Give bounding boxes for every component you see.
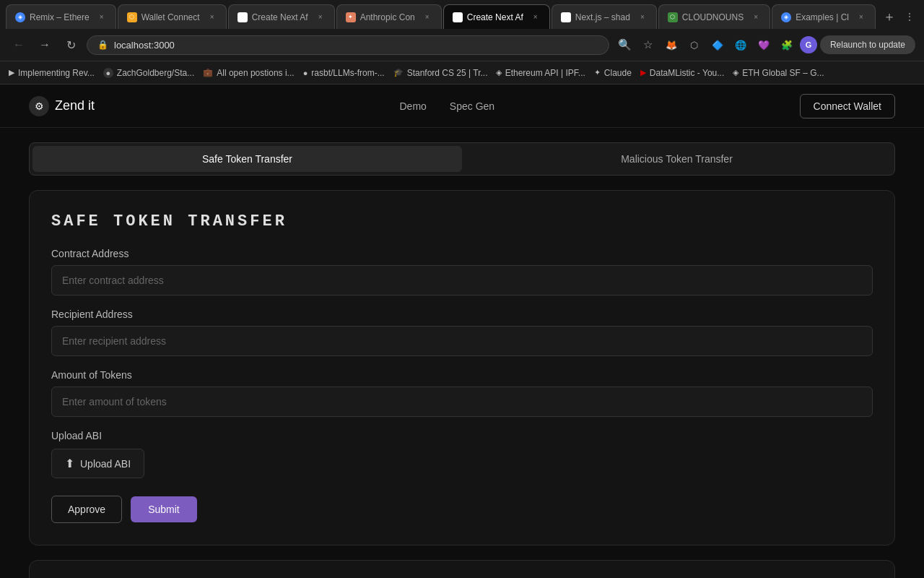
bookmark-favicon-claude: ✦	[594, 68, 601, 77]
bookmark-claude[interactable]: ✦ Claude	[594, 68, 632, 78]
contract-address-label: Contract Address	[51, 248, 873, 259]
bookmark-favicon-stanford: 🎓	[393, 68, 404, 77]
bookmark-star-icon[interactable]: ☆	[638, 35, 658, 55]
tab-favicon-create1: ▲	[237, 12, 248, 22]
nav-item-demo[interactable]: Demo	[399, 100, 426, 112]
bookmark-label-datamlistic: DataMListic - You...	[650, 68, 724, 78]
new-tab-button[interactable]: ＋	[879, 7, 899, 27]
tab-close-nextjs[interactable]: ×	[637, 12, 648, 22]
tab-bar: ◈Remix – Ethere×⬡Wallet Connect×▲Create …	[0, 0, 924, 29]
app-nav: Demo Spec Gen	[399, 100, 494, 112]
search-icon[interactable]: 🔍	[615, 35, 635, 55]
browser-chrome: ◈Remix – Ethere×⬡Wallet Connect×▲Create …	[0, 0, 924, 85]
bookmark-eth[interactable]: ◈ Ethereum API | IPF...	[496, 68, 585, 78]
browser-tab-create2[interactable]: ▲Create Next Af×	[443, 4, 550, 29]
bookmark-favicon-eth: ◈	[496, 68, 502, 77]
tab-favicon-nextjs: ▲	[561, 12, 571, 22]
bookmark-zach[interactable]: ● ZachGoldberg/Sta...	[103, 68, 194, 78]
tab-close-cloudnouns[interactable]: ×	[751, 12, 761, 22]
upload-abi-button[interactable]: ⬆ Upload ABI	[51, 449, 144, 478]
upload-abi-button-label: Upload ABI	[80, 458, 131, 470]
reload-button[interactable]: ↻	[61, 35, 81, 55]
bookmark-datamlistic[interactable]: ▶ DataMListic - You...	[640, 68, 724, 78]
bookmarks-bar: ▶ Implementing Rev... ● ZachGoldberg/Sta…	[0, 61, 924, 84]
nav-item-specgen[interactable]: Spec Gen	[450, 100, 494, 112]
bookmark-label-ethglobal: ETH Global SF – G...	[742, 68, 824, 78]
app-logo-label: Zend it	[55, 98, 95, 113]
recipient-address-group: Recipient Address	[51, 309, 873, 356]
tab-favicon-anthropic: ✦	[346, 12, 356, 22]
recipient-address-input[interactable]	[51, 326, 873, 356]
tab-favicon-remix: ◈	[15, 12, 25, 22]
tab-malicious-token[interactable]: Malicious Token Transfer	[462, 146, 892, 172]
tab-label-anthropic: Anthropic Con	[360, 12, 415, 22]
tab-favicon-create2: ▲	[453, 12, 463, 22]
connect-wallet-button[interactable]: Connect Wallet	[800, 94, 895, 118]
ext-icon-5[interactable]: 💜	[754, 35, 774, 55]
bookmark-stanford[interactable]: 🎓 Stanford CS 25 | Tr...	[393, 68, 487, 78]
upload-abi-label: Upload ABI	[51, 430, 873, 441]
browser-tab-examples[interactable]: ◈Examples | Cl×	[772, 4, 876, 29]
bookmark-label-eth: Ethereum API | IPF...	[505, 68, 585, 78]
tab-label-cloudnouns: CLOUDNOUNS	[682, 12, 744, 22]
upload-icon: ⬆	[65, 457, 74, 470]
recipient-address-label: Recipient Address	[51, 309, 873, 320]
browser-tab-nextjs[interactable]: ▲Next.js – shad×	[552, 4, 657, 29]
bookmark-favicon-datamlistic: ▶	[640, 68, 646, 77]
contract-address-group: Contract Address	[51, 248, 873, 296]
address-bar[interactable]: 🔒 localhost:3000	[87, 35, 609, 55]
safe-token-transfer-card: SAFE TOKEN TRANSFER Contract Address Rec…	[29, 190, 895, 545]
bookmark-positions[interactable]: 💼 All open postions i...	[203, 68, 294, 78]
tab-label-remix: Remix – Ethere	[30, 12, 90, 22]
tab-favicon-examples: ◈	[781, 12, 791, 22]
ext-icon-6[interactable]: 🧩	[777, 35, 797, 55]
app-logo: ⚙ Zend it	[29, 96, 95, 116]
app-header: ⚙ Zend it Demo Spec Gen Connect Wallet	[0, 85, 924, 128]
browser-tab-wallet[interactable]: ⬡Wallet Connect×	[118, 4, 227, 29]
relaunch-button[interactable]: Relaunch to update	[820, 35, 915, 54]
profile-avatar[interactable]: G	[800, 36, 817, 53]
safe-token-title: SAFE TOKEN TRANSFER	[51, 212, 873, 230]
tab-label-examples: Examples | Cl	[796, 12, 849, 22]
tab-safe-token[interactable]: Safe Token Transfer	[32, 146, 462, 172]
tab-favicon-cloudnouns: ⬡	[668, 12, 678, 22]
tab-close-remix[interactable]: ×	[97, 12, 107, 22]
forward-button[interactable]: →	[35, 35, 55, 55]
tab-close-wallet[interactable]: ×	[207, 12, 217, 22]
action-buttons: Approve Submit	[51, 496, 873, 523]
tab-favicon-wallet: ⬡	[127, 12, 137, 22]
ext-icon-4[interactable]: 🌐	[731, 35, 751, 55]
lock-icon: 🔒	[97, 40, 108, 50]
amount-tokens-input[interactable]	[51, 387, 873, 417]
demo-token-card: DEMO TOKEN Contract Address: 0xfcF82...d…	[29, 560, 895, 578]
tab-close-examples[interactable]: ×	[856, 12, 866, 22]
url-text: localhost:3000	[114, 40, 175, 51]
browser-tab-cloudnouns[interactable]: ⬡CLOUDNOUNS×	[658, 4, 770, 29]
tab-label-create1: Create Next Af	[252, 12, 308, 22]
browser-tab-create1[interactable]: ▲Create Next Af×	[228, 4, 335, 29]
bookmark-favicon-positions: 💼	[203, 68, 213, 77]
approve-button[interactable]: Approve	[51, 496, 122, 523]
browser-tab-anthropic[interactable]: ✦Anthropic Con×	[336, 4, 442, 29]
tab-close-create2[interactable]: ×	[531, 12, 541, 22]
nav-bar: ← → ↻ 🔒 localhost:3000 🔍 ☆ 🦊 ⬡ 🔷 🌐 💜 🧩 G…	[0, 29, 924, 61]
bookmark-favicon-ethglobal: ◈	[733, 68, 738, 77]
back-button[interactable]: ←	[9, 35, 29, 55]
bookmark-ethglobal[interactable]: ◈ ETH Global SF – G...	[733, 68, 824, 78]
tab-switcher: Safe Token Transfer Malicious Token Tran…	[29, 142, 895, 176]
contract-address-input[interactable]	[51, 265, 873, 296]
ext-icon-3[interactable]: 🔷	[707, 35, 728, 55]
tab-close-create1[interactable]: ×	[315, 12, 326, 22]
bookmark-label-implementing: Implementing Rev...	[18, 68, 95, 78]
bookmark-rasbt[interactable]: ● rasbt/LLMs-from-...	[303, 68, 385, 78]
bookmark-implementing[interactable]: ▶ Implementing Rev...	[9, 68, 95, 78]
browser-tab-remix[interactable]: ◈Remix – Ethere×	[6, 4, 116, 29]
tab-overflow-button[interactable]: ⋮	[901, 8, 918, 25]
ext-icon-2[interactable]: ⬡	[684, 35, 705, 55]
tab-label-nextjs: Next.js – shad	[575, 12, 630, 22]
submit-button[interactable]: Submit	[131, 496, 197, 522]
ext-icon-1[interactable]: 🦊	[661, 35, 681, 55]
tab-close-anthropic[interactable]: ×	[422, 12, 432, 22]
nav-right-icons: 🔍 ☆ 🦊 ⬡ 🔷 🌐 💜 🧩 G Relaunch to update	[615, 35, 915, 55]
bookmark-favicon-zach: ●	[103, 68, 113, 78]
